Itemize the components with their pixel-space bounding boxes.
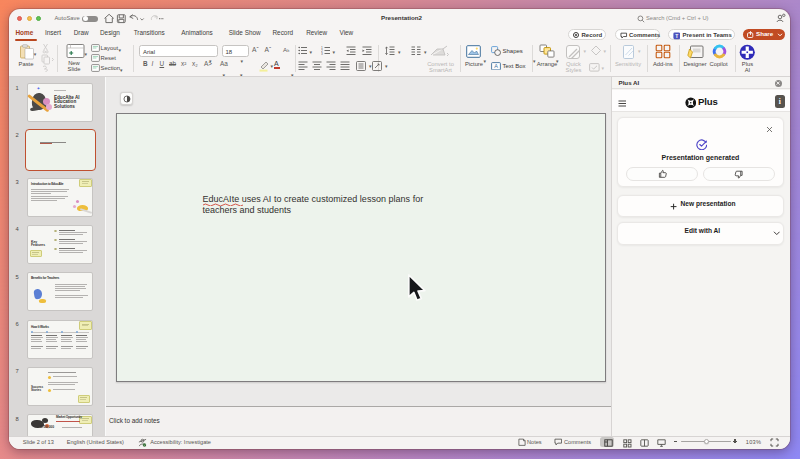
svg-text:A: A [494,63,498,69]
svg-text:3: 3 [321,52,323,56]
